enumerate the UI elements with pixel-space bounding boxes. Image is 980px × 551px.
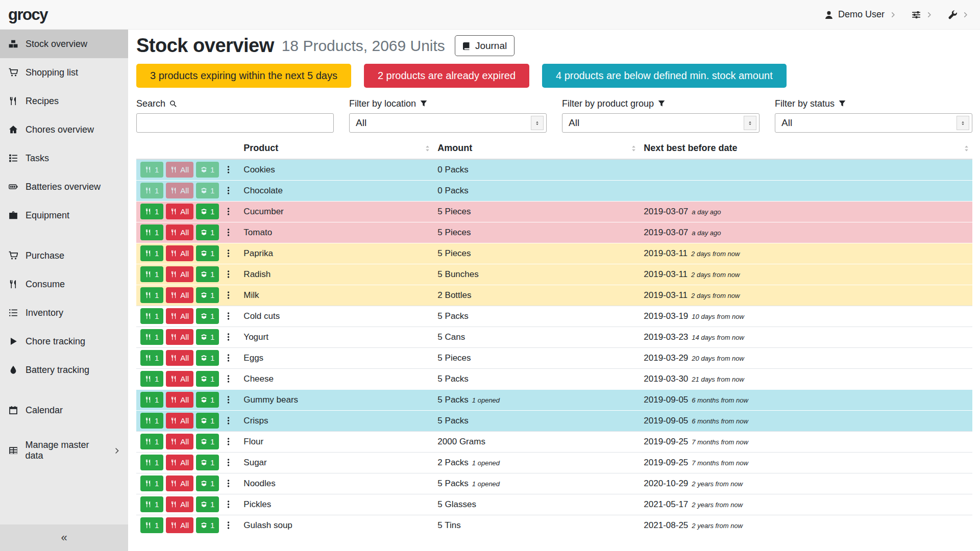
consume-one-button[interactable]: 1 [140, 455, 163, 470]
row-menu-button[interactable] [222, 183, 235, 198]
row-menu-button[interactable] [222, 371, 235, 387]
row-menu-button[interactable] [222, 455, 235, 470]
sidebar-item-tasks[interactable]: Tasks [0, 144, 128, 172]
consume-one-button[interactable]: 1 [140, 224, 163, 240]
expiring-banner[interactable]: 3 products expiring within the next 5 da… [136, 64, 351, 88]
sidebar-item-inventory[interactable]: Inventory [0, 298, 128, 327]
row-menu-button[interactable] [222, 308, 235, 324]
consume-one-button[interactable]: 1 [140, 371, 163, 387]
consume-all-button[interactable]: All [166, 245, 193, 261]
consume-one-button[interactable]: 1 [140, 266, 163, 282]
consume-all-button[interactable]: All [166, 496, 193, 512]
product-group-filter-select[interactable]: All [562, 113, 760, 133]
open-one-button[interactable]: 1 [196, 413, 219, 429]
consume-all-button[interactable]: All [166, 350, 193, 366]
sidebar-item-chore-tracking[interactable]: Chore tracking [0, 327, 128, 356]
consume-one-button[interactable]: 1 [140, 245, 163, 261]
admin-menu[interactable] [948, 10, 969, 19]
row-menu-button[interactable] [222, 162, 235, 178]
sidebar-collapse-button[interactable]: « [0, 524, 128, 551]
search-input[interactable] [136, 113, 334, 133]
open-one-button[interactable]: 1 [196, 517, 219, 533]
sidebar-item-calendar[interactable]: Calendar [0, 396, 128, 424]
amount-column-header[interactable]: Amount [433, 138, 640, 159]
consume-one-button[interactable]: 1 [140, 517, 163, 533]
consume-all-button[interactable]: All [166, 434, 193, 449]
location-filter-select[interactable]: All [349, 113, 547, 133]
open-one-button[interactable]: 1 [196, 350, 219, 366]
row-menu-button[interactable] [222, 266, 235, 282]
row-menu-button[interactable] [222, 224, 235, 240]
open-one-button[interactable]: 1 [196, 224, 219, 240]
journal-button[interactable]: Journal [455, 35, 514, 56]
expired-banner[interactable]: 2 products are already expired [364, 64, 529, 88]
consume-all-button[interactable]: All [166, 392, 193, 408]
consume-all-button[interactable]: All [166, 204, 193, 219]
consume-one-button[interactable]: 1 [140, 204, 163, 219]
open-one-button[interactable]: 1 [196, 287, 219, 303]
consume-one-button[interactable]: 1 [140, 434, 163, 449]
consume-all-button[interactable]: All [166, 287, 193, 303]
row-menu-button[interactable] [222, 413, 235, 429]
row-menu-button[interactable] [222, 392, 235, 408]
row-menu-button[interactable] [222, 329, 235, 345]
consume-all-button[interactable]: All [166, 475, 193, 491]
consume-one-button[interactable]: 1 [140, 350, 163, 366]
status-filter-select[interactable]: All [775, 113, 972, 133]
sidebar-item-recipes[interactable]: Recipes [0, 87, 128, 115]
sort-icon[interactable] [424, 144, 431, 152]
settings-menu[interactable] [912, 10, 933, 19]
sort-icon[interactable] [963, 144, 970, 152]
sidebar-item-shopping-list[interactable]: Shopping list [0, 58, 128, 87]
product-column-header[interactable]: Product [239, 138, 433, 159]
sidebar-item-batteries-overview[interactable]: Batteries overview [0, 172, 128, 201]
consume-all-button[interactable]: All [166, 371, 193, 387]
consume-all-button[interactable]: All [166, 455, 193, 470]
consume-one-button[interactable]: 1 [140, 308, 163, 324]
sidebar-item-equipment[interactable]: Equipment [0, 201, 128, 230]
row-menu-button[interactable] [222, 287, 235, 303]
consume-all-button[interactable]: All [166, 266, 193, 282]
consume-all-button[interactable]: All [166, 224, 193, 240]
app-logo[interactable]: grocy [8, 6, 47, 24]
below-min-stock-banner[interactable]: 4 products are below defined min. stock … [542, 64, 787, 88]
sort-icon[interactable] [630, 144, 638, 152]
row-menu-button[interactable] [222, 434, 235, 449]
open-one-button[interactable]: 1 [196, 392, 219, 408]
consume-all-button[interactable]: All [166, 413, 193, 429]
date-column-header[interactable]: Next best before date [640, 138, 972, 159]
open-one-button[interactable]: 1 [196, 266, 219, 282]
row-menu-button[interactable] [222, 350, 235, 366]
open-one-button[interactable]: 1 [196, 475, 219, 491]
sidebar-item-consume[interactable]: Consume [0, 270, 128, 298]
user-menu[interactable]: Demo User [824, 9, 896, 20]
consume-one-button[interactable]: 1 [140, 496, 163, 512]
consume-one-button[interactable]: 1 [140, 329, 163, 345]
open-one-button[interactable]: 1 [196, 308, 219, 324]
open-one-button[interactable]: 1 [196, 245, 219, 261]
sidebar-item-purchase[interactable]: Purchase [0, 241, 128, 270]
sidebar-item-manage-master-data[interactable]: Manage master data [0, 436, 128, 465]
consume-all-button[interactable]: All [166, 329, 193, 345]
sidebar-item-stock-overview[interactable]: Stock overview [0, 30, 128, 58]
row-menu-button[interactable] [222, 496, 235, 512]
open-one-button[interactable]: 1 [196, 204, 219, 219]
consume-one-button[interactable]: 1 [140, 392, 163, 408]
open-one-button[interactable]: 1 [196, 434, 219, 449]
row-menu-button[interactable] [222, 475, 235, 491]
row-menu-button[interactable] [222, 245, 235, 261]
open-one-button[interactable]: 1 [196, 496, 219, 512]
row-menu-button[interactable] [222, 517, 235, 533]
open-one-button[interactable]: 1 [196, 455, 219, 470]
consume-all-button[interactable]: All [166, 308, 193, 324]
sidebar-item-chores-overview[interactable]: Chores overview [0, 115, 128, 144]
open-one-button[interactable]: 1 [196, 329, 219, 345]
product-cell: Radish [239, 264, 433, 285]
consume-one-button[interactable]: 1 [140, 287, 163, 303]
consume-one-button[interactable]: 1 [140, 413, 163, 429]
consume-one-button[interactable]: 1 [140, 475, 163, 491]
row-menu-button[interactable] [222, 204, 235, 219]
sidebar-item-battery-tracking[interactable]: Battery tracking [0, 356, 128, 384]
consume-all-button[interactable]: All [166, 517, 193, 533]
open-one-button[interactable]: 1 [196, 371, 219, 387]
